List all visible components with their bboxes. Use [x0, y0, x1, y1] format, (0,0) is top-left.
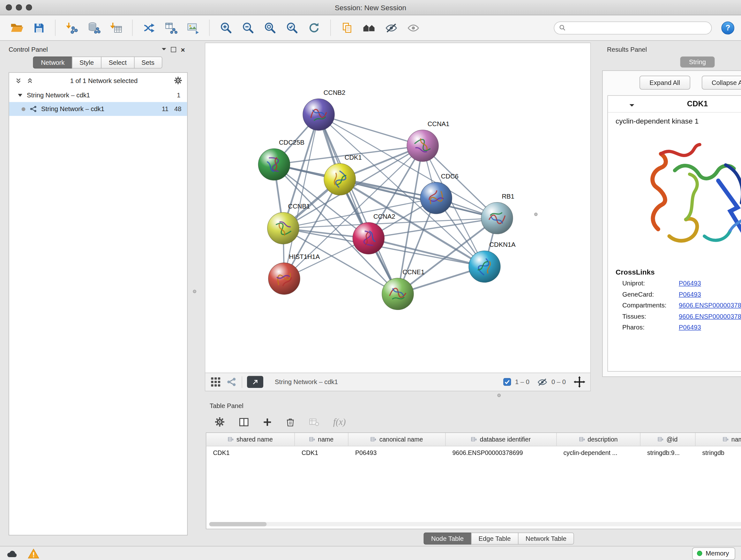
- cell-namespace[interactable]: stringdb: [696, 446, 741, 459]
- pharos-link[interactable]: P06493: [679, 324, 701, 331]
- collapse-all-button[interactable]: Collapse All: [701, 76, 741, 90]
- minimize-window-button[interactable]: [16, 4, 22, 11]
- tab-string[interactable]: String: [680, 57, 715, 68]
- column-header[interactable]: name: [295, 433, 348, 446]
- expand-all-networks-button[interactable]: [14, 77, 23, 84]
- zoom-fit-button[interactable]: [260, 18, 280, 37]
- hidden-eye-slash-icon[interactable]: [537, 377, 548, 387]
- table-options-button[interactable]: [214, 417, 225, 427]
- home-view-button[interactable]: [359, 18, 379, 37]
- window-controls: [6, 4, 32, 11]
- network-row-selected[interactable]: String Network – cdk1 11 48: [9, 102, 187, 116]
- image-export-icon: [186, 21, 199, 35]
- column-header[interactable]: @id: [641, 433, 696, 446]
- tab-sets[interactable]: Sets: [134, 57, 162, 69]
- gene-header[interactable]: CDK1: [608, 96, 741, 113]
- open-session-button[interactable]: [7, 18, 27, 37]
- add-column-button[interactable]: [263, 417, 272, 427]
- cell-shared-name[interactable]: CDK1: [206, 446, 295, 459]
- zoom-selected-button[interactable]: [282, 18, 302, 37]
- panel-menu-button[interactable]: [159, 45, 169, 54]
- memory-button[interactable]: Memory: [692, 547, 735, 560]
- panel-float-button[interactable]: [169, 45, 178, 54]
- tab-network[interactable]: Network: [33, 57, 72, 69]
- right-splitter-handle[interactable]: [534, 212, 538, 216]
- tab-style[interactable]: Style: [72, 57, 102, 69]
- expand-all-button[interactable]: Expand All: [639, 76, 690, 90]
- collapse-entry-button[interactable]: [629, 102, 635, 109]
- cell-description[interactable]: cyclin-dependent ...: [557, 446, 641, 459]
- grid-view-button[interactable]: [210, 376, 221, 388]
- delete-column-button[interactable]: [285, 417, 295, 427]
- network-edge[interactable]: [319, 115, 423, 146]
- cloud-status-button[interactable]: [6, 549, 18, 558]
- tab-node-table[interactable]: Node Table: [423, 532, 471, 544]
- curved-arrows-icon: [142, 21, 155, 35]
- zoom-in-icon: [220, 22, 232, 34]
- tab-network-table[interactable]: Network Table: [518, 532, 574, 544]
- network-from-table-button[interactable]: [161, 18, 181, 37]
- network-edge[interactable]: [319, 115, 398, 294]
- network-node[interactable]: CCNA1: [407, 120, 449, 162]
- close-window-button[interactable]: [6, 4, 12, 11]
- show-all-button[interactable]: [403, 18, 423, 37]
- uniprot-link[interactable]: P06493: [679, 280, 701, 287]
- zoom-out-button[interactable]: [238, 18, 258, 37]
- network-node[interactable]: CDC25B: [258, 139, 305, 180]
- network-node[interactable]: CCNB2: [303, 89, 345, 130]
- show-columns-button[interactable]: [239, 416, 250, 428]
- scrollbar-thumb[interactable]: [209, 522, 267, 526]
- cell-canonical-name[interactable]: P06493: [348, 446, 446, 459]
- network-options-button[interactable]: [174, 77, 183, 84]
- column-sort-icon: [371, 437, 377, 442]
- left-splitter-handle[interactable]: [193, 290, 197, 294]
- column-header[interactable]: shared name: [206, 433, 295, 446]
- horizontal-scrollbar[interactable]: [209, 522, 741, 526]
- import-table-file-button[interactable]: [106, 18, 126, 37]
- network-overview-button[interactable]: [226, 376, 237, 388]
- network-canvas[interactable]: CCNB2CCNA1CDC25BCDK1CDC6RB1CCNB1CCNA2CDK…: [205, 43, 590, 373]
- zoom-window-button[interactable]: [26, 4, 32, 11]
- apply-layout-button[interactable]: [139, 18, 159, 37]
- checkbox-checked-icon[interactable]: [503, 378, 511, 386]
- horizontal-splitter[interactable]: [205, 391, 741, 399]
- network-collection-row[interactable]: String Network – cdk1 1: [9, 88, 187, 102]
- network-node[interactable]: RB1: [481, 193, 515, 234]
- column-header[interactable]: description: [557, 433, 641, 446]
- refresh-view-button[interactable]: [304, 18, 324, 37]
- zoom-in-button[interactable]: [216, 18, 236, 37]
- import-network-database-button[interactable]: [84, 18, 104, 37]
- tissues-link[interactable]: 9606.ENSP00000378699: [679, 313, 741, 320]
- panel-close-button[interactable]: ×: [178, 45, 188, 54]
- table-row[interactable]: CDK1 CDK1 P06493 9606.ENSP00000378699 cy…: [206, 446, 741, 459]
- gear-icon: [174, 76, 183, 85]
- cell-id[interactable]: stringdb:9...: [641, 446, 696, 459]
- column-header[interactable]: namespace: [696, 433, 741, 446]
- search-box[interactable]: [554, 21, 712, 35]
- import-network-file-button[interactable]: [62, 18, 82, 37]
- genecard-link[interactable]: P06493: [679, 291, 701, 298]
- copy-document-button[interactable]: [337, 18, 357, 37]
- network-graph[interactable]: CCNB2CCNA1CDC25BCDK1CDC6RB1CCNB1CCNA2CDK…: [205, 43, 590, 373]
- network-node[interactable]: CCNB1: [267, 203, 310, 244]
- save-session-button[interactable]: [29, 18, 49, 37]
- cell-database-identifier[interactable]: 9606.ENSP00000378699: [446, 446, 557, 459]
- crosshair-move-icon[interactable]: [574, 376, 586, 388]
- network-node[interactable]: HIST1H1A: [268, 253, 320, 294]
- collapse-all-networks-button[interactable]: [25, 77, 34, 84]
- column-header[interactable]: canonical name: [348, 433, 446, 446]
- hide-selected-button[interactable]: [381, 18, 401, 37]
- help-button[interactable]: ?: [722, 21, 735, 35]
- tab-edge-table[interactable]: Edge Table: [471, 532, 519, 544]
- cell-name[interactable]: CDK1: [295, 446, 348, 459]
- warning-status-button[interactable]: [28, 548, 39, 559]
- compartments-link[interactable]: 9606.ENSP00000378699: [679, 302, 741, 309]
- tab-select[interactable]: Select: [101, 57, 134, 69]
- search-input[interactable]: [569, 23, 706, 32]
- node-label: HIST1H1A: [289, 253, 320, 260]
- gene-description: cyclin-dependent kinase 1: [608, 113, 741, 126]
- network-node[interactable]: CDKN1A: [469, 241, 516, 282]
- detach-view-button[interactable]: [247, 376, 263, 388]
- export-image-button[interactable]: [183, 18, 203, 37]
- column-header[interactable]: database identifier: [446, 433, 557, 446]
